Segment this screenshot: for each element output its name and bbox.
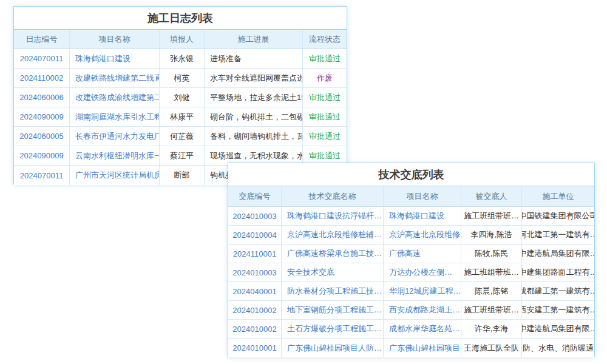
project-name-link[interactable]: 湖南洞庭湖水库引水工程… [70, 107, 160, 126]
table-row: 2024010003 珠海鹤港口建设抗浮锚杆… 珠海鹤港口建设 施工班组带班… … [228, 207, 594, 226]
table-row: 2024090009 湖南洞庭湖水库引水工程… 林康平 砌台阶，钩机排土，二包砌… [14, 107, 347, 127]
project-name-link[interactable]: 万达办公楼左侧… [384, 263, 461, 281]
reporter-cell: 林康平 [160, 107, 205, 126]
column-header-project-name: 项目名称 [384, 186, 461, 206]
table-row: 2024010002 地下室钢筋分项工程施工… 西安成都路龙湖上… 施工班组带班… [228, 301, 594, 320]
disclosure-id-link[interactable]: 2024010001 [228, 339, 282, 357]
project-name-link[interactable]: 京沪高速北京段维修 [384, 226, 461, 244]
project-name-link[interactable]: 华润12城房建工程… [384, 282, 461, 300]
log-id-link[interactable]: 2024070011 [14, 49, 70, 68]
receiver-cell: 许华,李海 [461, 320, 522, 338]
project-name-link[interactable]: 广东佛山碧桂园项目 [384, 339, 461, 357]
technical-disclosure-title: 技术交底列表 [228, 163, 594, 186]
log-id-link[interactable]: 2024060005 [14, 127, 70, 146]
receiver-cell: 施工班组带班… [461, 207, 522, 225]
construction-unit-cell: 中建港航局集团有限… [522, 320, 594, 338]
project-name-link[interactable]: 广州市天河区统计局机房… [70, 166, 160, 185]
progress-cell: 平整场地，拉走多余泥土15… [205, 88, 303, 107]
reporter-cell: 柯英 [160, 69, 205, 87]
progress-cell: 水车对全线遮阳网覆盖点进… [205, 69, 303, 87]
construction-unit-cell: 中国铁建集团有限公司 [522, 207, 594, 225]
project-name-link[interactable]: 西安成都路龙湖上… [384, 301, 461, 319]
log-id-link[interactable]: 2024060006 [14, 88, 70, 107]
table-row: 2024060006 改建铁路成渝线增建第二… 刘健 平整场地，拉走多余泥土15… [14, 88, 347, 107]
table-row: 2024010004 京沪高速北京段维修桩辅… 京沪高速北京段维修 李四海,陈浩… [228, 226, 594, 244]
receiver-cell: 陈晨,陈铭 [461, 282, 522, 300]
progress-cell: 备料，砌间墙钩机排土，瓦… [205, 127, 303, 146]
table-row: 2024110002 改建铁路线增建第二线直… 柯英 水车对全线遮阳网覆盖点进…… [14, 69, 347, 88]
table-row: 2024110001 广佛高速桥梁承台施工技… 广佛高速 陈牧,陈民 中建港航局… [228, 244, 594, 263]
project-name-link[interactable]: 珠海鹤港口建设 [70, 49, 160, 68]
progress-cell: 进场准备 [205, 49, 303, 68]
disclosure-name-link[interactable]: 土石方爆破分项工程施工… [282, 320, 384, 338]
log-id-link[interactable]: 2024070011 [14, 166, 70, 185]
receiver-cell: 李四海,陈浩 [461, 226, 522, 244]
disclosure-name-link[interactable]: 防水卷材分项工程施工技… [282, 282, 384, 300]
column-header-construction-unit: 施工单位 [522, 186, 594, 206]
status-badge: 审批通过 [303, 49, 347, 68]
status-badge: 审批通过 [303, 88, 347, 107]
receiver-cell: 陈牧,陈民 [461, 244, 522, 263]
reporter-cell: 断部 [160, 166, 205, 185]
column-header-project-name: 项目名称 [70, 30, 160, 49]
disclosure-id-link[interactable]: 2024010002 [228, 320, 282, 338]
table-row: 2024010002 土石方爆破分项工程施工… 成都水岸华庭名苑… 许华,李海 … [228, 320, 594, 339]
column-header-progress: 施工进展 [205, 30, 303, 49]
disclosure-name-link[interactable]: 珠海鹤港口建设抗浮锚杆… [282, 207, 384, 225]
project-name-link[interactable]: 改建铁路线增建第二线直… [70, 69, 160, 87]
disclosure-name-link[interactable]: 广佛高速桥梁承台施工技… [282, 244, 384, 263]
disclosure-id-link[interactable]: 2024010002 [228, 301, 282, 319]
construction-unit-cell: 中建港航局集团有限… [522, 244, 594, 263]
column-header-status: 流程状态 [303, 30, 347, 49]
reporter-cell: 蔡江平 [160, 146, 205, 165]
project-name-link[interactable]: 长春市伊通河水力发电厂… [70, 127, 160, 146]
log-id-link[interactable]: 2024090009 [14, 107, 70, 126]
table-row: 2024010003 安全技术交底 万达办公楼左侧… 施工班组带班… 中建集团路… [228, 263, 594, 282]
disclosure-id-link[interactable]: 2024010004 [228, 226, 282, 244]
status-badge: 审批通过 [303, 107, 347, 126]
progress-cell: 砌台阶，钩机排土，二包砌… [205, 107, 303, 126]
disclosure-id-link[interactable]: 2024110001 [228, 244, 282, 263]
construction-unit-cell: 河北建工第一建筑有… [522, 226, 594, 244]
receiver-cell: 施工班组带班… [461, 301, 522, 319]
reporter-cell: 何芷薇 [160, 127, 205, 146]
log-id-link[interactable]: 2024110002 [14, 69, 70, 87]
construction-log-panel: 施工日志列表 日志编号 项目名称 填报人 施工进展 流程状态 202407001… [13, 6, 347, 184]
column-header-reporter: 填报人 [160, 30, 205, 49]
project-name-link[interactable]: 改建铁路成渝线增建第二… [70, 88, 160, 107]
technical-disclosure-panel: 技术交底列表 交底编号 技术交底名称 项目名称 被交底人 施工单位 202401… [228, 163, 595, 357]
disclosure-header-row: 交底编号 技术交底名称 项目名称 被交底人 施工单位 [228, 186, 594, 207]
construction-unit-cell: 人防、水电、消防暖通… [522, 339, 594, 357]
table-row: 2024040001 防水卷材分项工程施工技… 华润12城房建工程… 陈晨,陈铭… [228, 282, 594, 301]
project-name-link[interactable]: 珠海鹤港口建设 [384, 207, 461, 225]
status-badge: 作废 [303, 69, 347, 87]
disclosure-name-link[interactable]: 京沪高速北京段维修桩辅… [282, 226, 384, 244]
project-name-link[interactable]: 成都水岸华庭名苑… [384, 320, 461, 338]
construction-unit-cell: 中建集团路面工程有… [522, 263, 594, 281]
construction-log-title: 施工日志列表 [14, 7, 347, 30]
column-header-disclosure-id: 交底编号 [228, 186, 282, 206]
table-row: 2024010001 广东佛山碧桂园项目人防… 广东佛山碧桂园项目 王海施工队全… [228, 339, 594, 357]
reporter-cell: 张永银 [160, 49, 205, 68]
disclosure-id-link[interactable]: 2024010003 [228, 263, 282, 281]
reporter-cell: 刘健 [160, 88, 205, 107]
table-row: 2024070011 珠海鹤港口建设 张永银 进场准备 审批通过 [14, 49, 347, 69]
receiver-cell: 施工班组带班… [461, 263, 522, 281]
disclosure-id-link[interactable]: 2024040001 [228, 282, 282, 300]
column-header-receiver: 被交底人 [461, 186, 522, 206]
construction-unit-cell: 西安建工第一建筑有… [522, 301, 594, 319]
column-header-disclosure-name: 技术交底名称 [282, 186, 384, 206]
column-header-log-id: 日志编号 [14, 30, 70, 49]
table-row: 2024060005 长春市伊通河水力发电厂… 何芷薇 备料，砌间墙钩机排土，瓦… [14, 127, 347, 146]
log-id-link[interactable]: 2024090009 [14, 146, 70, 165]
receiver-cell: 王海施工队全队 [461, 339, 522, 357]
disclosure-name-link[interactable]: 安全技术交底 [282, 263, 384, 281]
status-badge: 审批通过 [303, 127, 347, 146]
disclosure-name-link[interactable]: 广东佛山碧桂园项目人防… [282, 339, 384, 357]
disclosure-name-link[interactable]: 地下室钢筋分项工程施工… [282, 301, 384, 319]
construction-log-header-row: 日志编号 项目名称 填报人 施工进展 流程状态 [14, 30, 347, 49]
disclosure-id-link[interactable]: 2024010003 [228, 207, 282, 225]
project-name-link[interactable]: 广佛高速 [384, 244, 461, 263]
project-name-link[interactable]: 云南水利枢纽潜明水库一… [70, 146, 160, 165]
construction-unit-cell: 成都建工第一建筑有… [522, 282, 594, 300]
